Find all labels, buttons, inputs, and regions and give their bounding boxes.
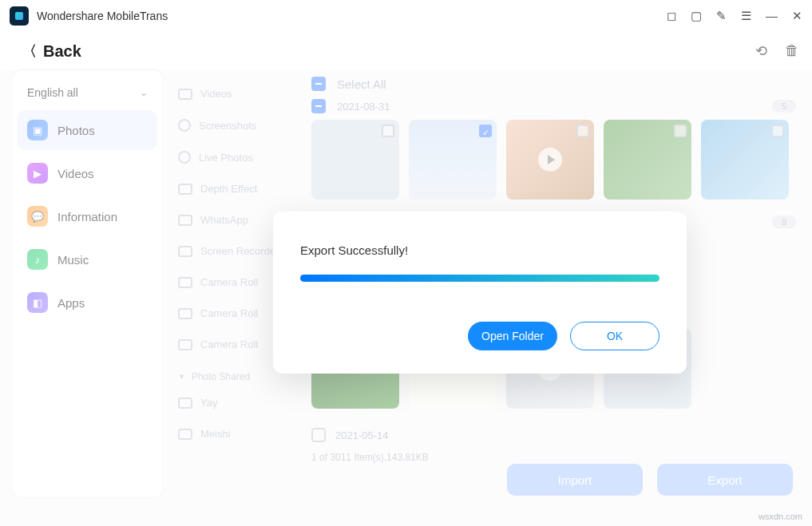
play-icon: [538, 148, 562, 172]
sidebar-item-label: Photos: [57, 124, 95, 137]
titlebar: Wondershare MobileTrans ◻ ▢ ✎ ☰ — ✕: [0, 0, 812, 32]
modal-message: Export Successfully!: [300, 243, 660, 257]
music-icon: ♪: [27, 249, 48, 270]
language-label: English all: [27, 86, 78, 99]
edit-icon[interactable]: ✎: [716, 9, 727, 23]
photo-thumb[interactable]: [409, 120, 497, 200]
category-depth-effect[interactable]: Depth Effect: [172, 173, 305, 204]
live-icon: [178, 151, 191, 164]
sidebar-item-music[interactable]: ♪ Music: [18, 239, 157, 279]
ok-button[interactable]: OK: [570, 322, 660, 350]
group-checkbox[interactable]: [311, 99, 326, 113]
thumb-checkbox[interactable]: [674, 125, 687, 137]
folder-icon: [178, 89, 192, 100]
group-checkbox[interactable]: [311, 428, 326, 442]
photo-thumb[interactable]: [701, 120, 789, 200]
back-button[interactable]: 〈 Back: [22, 42, 81, 61]
category-yay[interactable]: Yay: [172, 387, 305, 418]
open-folder-button[interactable]: Open Folder: [468, 322, 557, 350]
sidebar-item-label: Videos: [57, 167, 94, 180]
status-line: 1 of 3011 Item(s),143.81KB: [311, 449, 796, 463]
photo-thumb[interactable]: [311, 120, 399, 200]
app-title: Wondershare MobileTrans: [37, 10, 168, 22]
category-meishi[interactable]: Meishi: [172, 418, 305, 449]
minimize-icon[interactable]: —: [766, 9, 778, 23]
target-icon: [178, 119, 191, 132]
folder-icon: [178, 277, 192, 288]
menu-icon[interactable]: ☰: [741, 9, 751, 23]
back-label: Back: [43, 42, 81, 61]
thumb-checkbox[interactable]: [576, 125, 589, 137]
category-screenshots[interactable]: Screenshots: [172, 109, 305, 141]
thumb-checkbox[interactable]: [382, 125, 394, 137]
select-all-checkbox[interactable]: [311, 77, 326, 91]
videos-icon: ▶: [27, 163, 48, 184]
group-date: 2021-08-31: [337, 101, 390, 113]
progress-bar: [300, 275, 660, 282]
export-success-modal: Export Successfully! Open Folder OK: [273, 212, 687, 374]
app-logo: [10, 6, 29, 26]
folder-icon: [178, 339, 192, 350]
language-selector[interactable]: English all ⌄: [18, 78, 157, 107]
sidebar-item-videos[interactable]: ▶ Videos: [18, 153, 157, 193]
select-all-label: Select All: [337, 77, 386, 91]
sidebar-item-photos[interactable]: ▣ Photos: [18, 110, 157, 150]
thumb-checkbox[interactable]: [479, 125, 492, 137]
category-live-photos[interactable]: Live Photos: [172, 141, 305, 173]
photo-thumb[interactable]: [604, 120, 691, 200]
info-icon: 💬: [27, 206, 48, 227]
count-badge: 5: [772, 100, 796, 113]
sidebar-item-information[interactable]: 💬 Information: [18, 196, 157, 236]
folder-icon: [178, 184, 192, 195]
thumb-checkbox[interactable]: [771, 125, 784, 137]
sidebar-item-label: Information: [57, 210, 117, 223]
folder-icon: [178, 246, 192, 257]
refresh-icon[interactable]: ⟲: [755, 42, 767, 60]
account-icon[interactable]: ◻: [667, 9, 676, 23]
close-icon[interactable]: ✕: [792, 9, 802, 23]
feedback-icon[interactable]: ▢: [691, 9, 702, 23]
backbar: 〈 Back ⟲ 🗑: [0, 32, 812, 70]
photos-icon: ▣: [27, 120, 48, 140]
sidebar-main: English all ⌄ ▣ Photos ▶ Videos 💬 Inform…: [13, 70, 162, 497]
sidebar-item-label: Apps: [57, 296, 85, 310]
import-button[interactable]: Import: [507, 464, 643, 496]
category-videos[interactable]: Videos: [172, 78, 305, 109]
count-badge: 9: [772, 216, 796, 228]
folder-icon: [178, 429, 192, 440]
sidebar-item-apps[interactable]: ◧ Apps: [18, 283, 157, 322]
folder-icon: [178, 215, 192, 226]
apps-icon: ◧: [27, 292, 48, 313]
group-date: 2021-05-14: [335, 429, 389, 441]
folder-icon: [178, 397, 192, 409]
folder-icon: [178, 308, 192, 319]
delete-icon[interactable]: 🗑: [785, 42, 799, 60]
triangle-down-icon: ▼: [178, 373, 185, 381]
watermark: wsxdn.com: [759, 512, 802, 521]
sidebar-item-label: Music: [57, 253, 89, 267]
video-thumb[interactable]: [506, 120, 594, 200]
chevron-left-icon: 〈: [22, 42, 37, 61]
export-button[interactable]: Export: [657, 464, 793, 496]
chevron-down-icon: ⌄: [140, 87, 148, 98]
